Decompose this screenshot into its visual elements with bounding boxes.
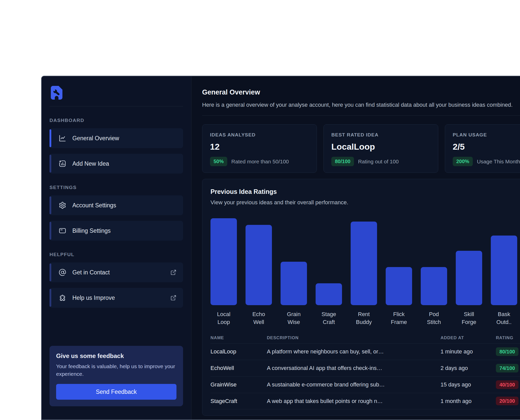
cell-description: A web app that takes bullet points or ro… xyxy=(267,398,441,405)
cell-description: A platform where neighbours can buy, sel… xyxy=(267,348,441,355)
cell-added-at: 1 minute ago xyxy=(441,348,496,355)
sidebar-item-add-new-idea[interactable]: Add New Idea xyxy=(50,154,183,174)
app-logo xyxy=(51,86,62,100)
cell-added-at: 15 days ago xyxy=(441,381,496,388)
stat-value: 2/5 xyxy=(453,142,520,152)
stat-label: IDEAS ANALYSED xyxy=(210,132,309,138)
previous-ratings-panel: Previous Idea Ratings View your previous… xyxy=(202,179,520,416)
external-link-icon xyxy=(170,269,176,275)
sidebar-item-general-overview[interactable]: General Overview xyxy=(50,128,183,148)
stat-caption: Rating out of 100 xyxy=(358,159,399,165)
page-subtitle: Here is a general overview of your analy… xyxy=(202,101,520,109)
cell-name: GrainWise xyxy=(210,381,267,388)
chart-bar-skill-forge[interactable] xyxy=(456,251,482,305)
puzzle-icon xyxy=(59,294,66,302)
active-indicator xyxy=(50,263,51,281)
feedback-card: Give us some feedback Your feedback is v… xyxy=(50,346,183,406)
rating-badge: 40/100 xyxy=(496,380,518,389)
chart-bar-label: EchoWell xyxy=(246,310,272,326)
sidebar-item-get-in-contact[interactable]: Get in Contact xyxy=(50,262,183,282)
stat-badge: 50% xyxy=(210,157,227,166)
chart-bar-bask-outd-[interactable] xyxy=(491,236,517,305)
cell-description: A sustainable e-commerce brand offering … xyxy=(267,381,441,388)
cell-added-at: 1 month ago xyxy=(441,398,496,405)
stat-value: 12 xyxy=(210,142,309,152)
chart-column xyxy=(281,262,307,305)
chart-column xyxy=(386,267,412,305)
cell-added-at: 2 days ago xyxy=(441,365,496,371)
stat-card-best-rated-idea: BEST RATED IDEALocalLoop80/100Rating out… xyxy=(323,124,438,173)
page: DASHBOARDGeneral OverviewAdd New IdeaSET… xyxy=(0,0,520,420)
chart-bar-pod-stitch[interactable] xyxy=(421,267,447,305)
table-header-row: NAMEDESCRIPTIONADDED ATRATING xyxy=(210,333,520,343)
chart-column xyxy=(456,251,482,305)
chart-bar-rent-buddy[interactable] xyxy=(351,222,377,305)
active-indicator xyxy=(50,196,51,214)
sidebar-item-label: Get in Contact xyxy=(72,269,170,276)
rating-badge: 20/100 xyxy=(496,397,518,405)
table-header: ADDED AT xyxy=(441,335,496,340)
feedback-title: Give us some feedback xyxy=(56,352,176,360)
chart-bar-label: PodStitch xyxy=(421,310,447,326)
rating-badge: 74/100 xyxy=(496,364,518,372)
stat-caption: Rated more than 50/100 xyxy=(231,159,289,165)
stats-row: IDEAS ANALYSED1250%Rated more than 50/10… xyxy=(202,124,520,173)
section-label-helpful: HELPFUL xyxy=(50,252,183,257)
ratings-bar-chart-labels: LocalLoopEchoWellGrainWiseStageCraftRent… xyxy=(210,310,520,326)
cell-name: EchoWell xyxy=(210,365,267,371)
table-header: RATING xyxy=(496,335,520,340)
feedback-body: Your feedback is valuable, help us to im… xyxy=(56,363,176,378)
chart-bar-local-loop[interactable] xyxy=(210,218,237,305)
sidebar-item-label: Add New Idea xyxy=(72,160,176,167)
sidebar: DASHBOARDGeneral OverviewAdd New IdeaSET… xyxy=(42,76,191,419)
at-sign-icon xyxy=(59,269,66,276)
chart-bar-flick-frame[interactable] xyxy=(386,267,412,305)
cell-rating: 40/100 xyxy=(496,382,520,388)
section-label-dashboard: DASHBOARD xyxy=(50,118,183,123)
table-row-stagecraft[interactable]: StageCraftA web app that takes bullet po… xyxy=(210,393,520,409)
chart-column xyxy=(491,236,517,305)
chart-bar-stage-craft[interactable] xyxy=(316,283,342,305)
external-link-icon xyxy=(170,295,176,301)
chart-bar-label: FlickFrame xyxy=(386,310,412,326)
sidebar-item-account-settings[interactable]: Account Settings xyxy=(50,195,183,215)
table-row-echowell[interactable]: EchoWellA conversational AI app that off… xyxy=(210,360,520,376)
sidebar-nav: DASHBOARDGeneral OverviewAdd New IdeaSET… xyxy=(50,106,183,313)
send-feedback-button[interactable]: Send Feedback xyxy=(56,384,176,400)
chart-bar-grain-wise[interactable] xyxy=(281,262,307,305)
add-chart-icon xyxy=(59,160,66,167)
cell-name: StageCraft xyxy=(210,398,267,405)
panel-title: Previous Idea Ratings xyxy=(210,188,520,195)
gear-icon xyxy=(59,201,66,209)
chart-bar-label: BaskOutd.. xyxy=(491,310,517,326)
chart-column xyxy=(316,283,342,305)
cell-rating: 20/100 xyxy=(496,398,520,404)
sidebar-item-label: Account Settings xyxy=(72,202,176,209)
stat-value: LocalLoop xyxy=(331,142,430,152)
ideas-table: NAMEDESCRIPTIONADDED ATRATINGLocalLoopA … xyxy=(210,333,520,409)
sidebar-item-billing-settings[interactable]: Billing Settings xyxy=(50,221,183,241)
stat-caption: Usage This Month xyxy=(477,159,520,165)
chart-bar-echo-well[interactable] xyxy=(246,225,272,305)
chart-column xyxy=(351,222,377,305)
cell-description: A conversational AI app that offers chec… xyxy=(267,365,441,371)
sidebar-item-label: General Overview xyxy=(72,135,176,142)
chart-bar-label: StageCraft xyxy=(316,310,342,326)
table-row-grainwise[interactable]: GrainWiseA sustainable e-commerce brand … xyxy=(210,376,520,393)
cell-rating: 80/100 xyxy=(496,349,520,355)
credit-card-icon xyxy=(59,227,66,235)
panel-subtitle: View your previous ideas and their overa… xyxy=(210,199,520,206)
sidebar-item-label: Billing Settings xyxy=(72,227,176,234)
chart-column xyxy=(421,267,447,305)
sidebar-spacer xyxy=(50,313,183,346)
stat-card-ideas-analysed: IDEAS ANALYSED1250%Rated more than 50/10… xyxy=(202,124,317,173)
chart-bar-label: RentBuddy xyxy=(351,310,377,326)
stat-label: PLAN USAGE xyxy=(453,132,520,138)
stat-label: BEST RATED IDEA xyxy=(331,132,430,138)
line-chart-icon xyxy=(59,134,66,142)
table-header: NAME xyxy=(210,335,267,340)
sidebar-item-help-us-improve[interactable]: Help us Improve xyxy=(50,288,183,308)
stat-card-plan-usage: PLAN USAGE2/5200%Usage This Month xyxy=(445,124,520,173)
table-row-localloop[interactable]: LocalLoopA platform where neighbours can… xyxy=(210,343,520,360)
stat-badge: 200% xyxy=(453,157,473,166)
